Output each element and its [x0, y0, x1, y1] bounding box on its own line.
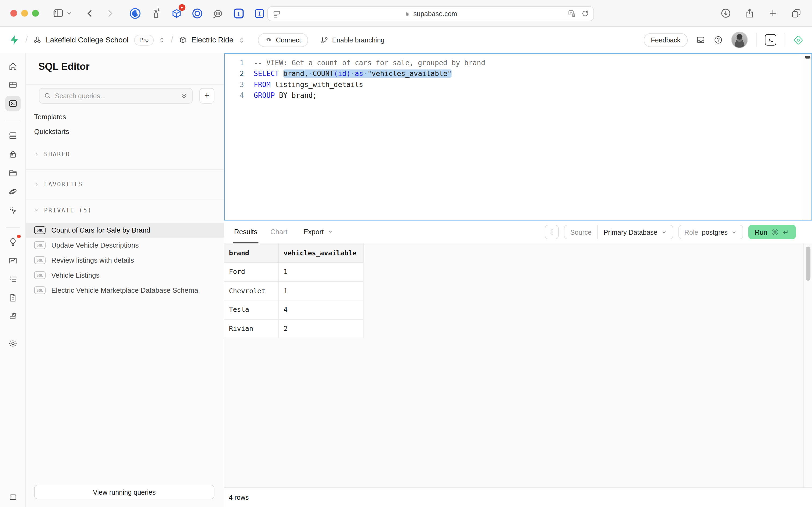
voice-extension-icon[interactable]	[212, 7, 224, 19]
back-button[interactable]	[84, 7, 95, 19]
enable-branching-button[interactable]: Enable branching	[321, 36, 385, 44]
section-private[interactable]: PRIVATE (5)	[26, 203, 224, 218]
search-queries-field[interactable]	[39, 88, 193, 104]
minimize-window-button[interactable]	[21, 10, 27, 16]
section-shared[interactable]: SHARED	[26, 147, 224, 162]
translate-icon[interactable]: A文	[568, 9, 577, 18]
nav-storage-icon[interactable]	[5, 165, 20, 181]
instapaper-alt-extension-icon[interactable]: I	[253, 7, 265, 19]
connect-button[interactable]: Connect	[258, 33, 308, 47]
query-item[interactable]: SQL Vehicle Listings	[26, 268, 224, 283]
org-switcher-icon[interactable]	[159, 37, 165, 43]
role-select[interactable]: Role postgres	[678, 225, 743, 239]
nav-logs-icon[interactable]	[5, 272, 20, 287]
nav-advisors-icon[interactable]	[5, 234, 20, 250]
sql-file-icon: SQL	[34, 257, 45, 264]
results-scrollbar[interactable]	[803, 243, 812, 487]
nav-home-icon[interactable]	[5, 59, 20, 74]
project-switcher-icon[interactable]	[238, 37, 245, 43]
supabase-logo[interactable]	[9, 34, 19, 45]
dark-mode-extension-icon[interactable]	[129, 7, 141, 19]
reload-icon[interactable]	[581, 9, 589, 18]
table-row[interactable]: Tesla 4	[224, 300, 363, 319]
downloads-button[interactable]	[720, 8, 732, 18]
editor-scrollbar-thumb[interactable]	[805, 56, 810, 59]
instapaper-extension-icon[interactable]: I	[232, 7, 245, 19]
window-controls	[10, 10, 39, 16]
column-header-brand[interactable]: brand	[224, 243, 278, 262]
ai-assistant-icon[interactable]	[794, 35, 803, 45]
forward-button[interactable]	[104, 7, 115, 19]
nav-reports-icon[interactable]	[5, 253, 20, 268]
sidebar-toggle-icon[interactable]	[52, 7, 64, 19]
editor-scrollbar[interactable]	[803, 54, 811, 220]
sidebar-item-quickstarts[interactable]: Quickstarts	[26, 124, 224, 139]
export-dropdown[interactable]: Export	[303, 228, 333, 236]
sidebar-item-templates[interactable]: Templates	[26, 109, 224, 124]
more-options-button[interactable]	[545, 225, 559, 239]
avatar[interactable]	[731, 32, 748, 48]
run-button[interactable]: Run ⌘ ↵	[748, 225, 796, 239]
divider	[26, 169, 224, 170]
source-label: Source	[564, 225, 598, 239]
reader-view-icon[interactable]	[272, 9, 282, 19]
inbox-icon[interactable]	[696, 35, 705, 45]
code-line[interactable]: 3FROM listings_with_details	[225, 79, 802, 90]
project-breadcrumb[interactable]: Electric Ride	[179, 36, 245, 44]
nav-settings-icon[interactable]	[5, 336, 20, 351]
nav-auth-icon[interactable]	[5, 147, 20, 162]
tab-chart[interactable]: Chart	[269, 220, 288, 243]
table-row[interactable]: Ford 1	[224, 262, 363, 281]
table-row[interactable]: Rivian 2	[224, 319, 363, 338]
cleaner-spray-extension-icon[interactable]	[149, 7, 162, 19]
code-line[interactable]: 4GROUP BY brand;	[225, 90, 802, 101]
nav-sql-editor-icon[interactable]	[5, 96, 20, 111]
terminal-button[interactable]	[765, 34, 776, 45]
org-name: Lakefield College School	[46, 36, 129, 44]
tab-results[interactable]: Results	[233, 220, 258, 243]
blocker-extension-icon[interactable]	[191, 7, 203, 19]
nav-table-editor-icon[interactable]	[5, 77, 20, 93]
nav-api-docs-icon[interactable]	[5, 290, 20, 305]
view-running-queries-button[interactable]: View running queries	[34, 485, 214, 499]
org-breadcrumb[interactable]: Lakefield College School Pro	[33, 35, 165, 45]
table-row[interactable]: Chevrolet 1	[224, 281, 363, 300]
nav-edge-functions-icon[interactable]	[5, 184, 20, 200]
new-tab-button[interactable]	[768, 8, 778, 18]
database-select[interactable]: Primary Database	[597, 225, 673, 239]
code-line[interactable]: 1-- VIEW: Get a count of cars for sale, …	[225, 57, 802, 68]
query-item[interactable]: SQL Update Vehicle Descriptions	[26, 238, 224, 253]
code-line[interactable]: 2SELECT brand,·COUNT(id)·as·"vehicles_av…	[225, 68, 802, 79]
query-item[interactable]: SQL Electric Vehicle Marketplace Databas…	[26, 283, 224, 298]
chevrons-down-icon[interactable]	[181, 92, 187, 99]
nav-database-icon[interactable]	[5, 128, 20, 144]
share-button[interactable]	[744, 8, 755, 18]
lock-icon	[404, 10, 411, 17]
sidebar-chevron-icon[interactable]	[66, 10, 72, 16]
chevron-down-icon	[34, 207, 39, 213]
query-item[interactable]: SQL Review listings with details	[26, 253, 224, 268]
divider	[26, 84, 224, 85]
feedback-button[interactable]: Feedback	[644, 33, 688, 47]
help-icon[interactable]	[714, 35, 723, 45]
results-body: brand vehicles_available Ford 1 Chevrole…	[224, 243, 812, 487]
run-shortcut: ⌘ ↵	[771, 228, 790, 236]
sql-code-editor[interactable]: 1-- VIEW: Get a count of cars for sale, …	[224, 53, 812, 221]
nav-integrations-icon[interactable]	[5, 308, 20, 324]
query-item-selected[interactable]: SQL Count of Cars for Sale by Brand	[26, 223, 224, 238]
close-window-button[interactable]	[10, 10, 17, 16]
search-input[interactable]	[55, 92, 177, 100]
package-extension-icon[interactable]: ♥	[170, 7, 183, 19]
new-query-button[interactable]: +	[199, 88, 214, 104]
tab-overview-button[interactable]	[791, 8, 802, 18]
chevron-down-icon	[327, 229, 333, 234]
results-scrollbar-thumb[interactable]	[806, 246, 810, 281]
page-title: SQL Editor	[26, 53, 224, 72]
column-header-vehicles-available[interactable]: vehicles_available	[278, 243, 363, 262]
zoom-window-button[interactable]	[32, 10, 39, 16]
results-footer: 4 rows	[224, 488, 812, 507]
address-bar[interactable]: supabase.com A文	[267, 6, 594, 21]
nav-realtime-icon[interactable]	[5, 203, 20, 218]
collapse-rail-icon[interactable]	[5, 489, 20, 505]
section-favorites[interactable]: FAVORITES	[26, 177, 224, 192]
